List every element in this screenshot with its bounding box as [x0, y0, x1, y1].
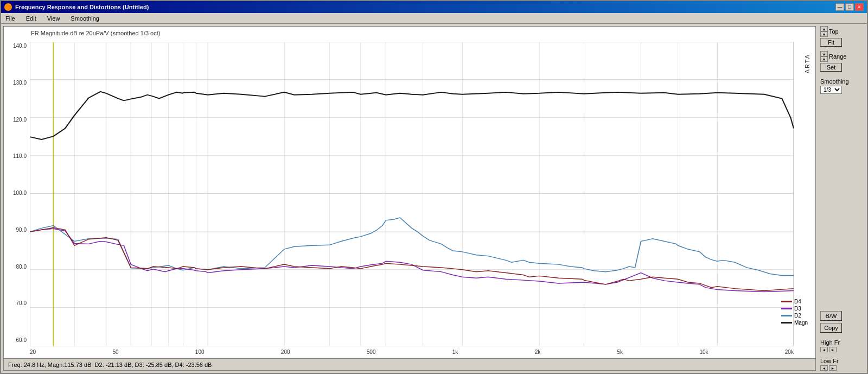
set-button[interactable]: Set	[820, 63, 842, 72]
x-axis-labels: 20 50 100 200 500 1k 2k 5k 10k 20k	[30, 349, 794, 355]
top-up-button[interactable]: ▲	[820, 26, 828, 31]
svg-rect-0	[30, 42, 794, 346]
chart-legend: D4 D3 D2 Magn	[781, 299, 808, 327]
main-window: Frequency Response and Distortions (Unti…	[0, 0, 868, 374]
bw-copy-group: B/W Copy	[820, 311, 865, 333]
right-panel: ▲ ▼ Top Fit ▲ ▼ Range	[818, 24, 867, 373]
legend-magn-label: Magn	[794, 320, 808, 326]
menu-smoothing[interactable]: Smoothing	[68, 15, 101, 22]
x-label-100: 100	[195, 349, 205, 355]
legend-d3-label: D3	[794, 306, 801, 312]
high-fr-label: High Fr	[820, 339, 865, 346]
legend-d2-label: D2	[794, 313, 801, 319]
x-label-2k: 2k	[535, 349, 541, 355]
chart-area: FR Magnitude dB re 20uPa/V (smoothed 1/3…	[3, 26, 816, 371]
set-row: Set	[820, 63, 865, 72]
title-bar-left: Frequency Response and Distortions (Unti…	[4, 3, 149, 11]
range-down-button[interactable]: ▼	[820, 56, 828, 62]
high-fr-controls: ◄ ►	[820, 347, 865, 352]
smoothing-group: Smoothing 1/3 1/6 1/12 None	[820, 76, 865, 94]
menu-bar: File Edit View Smoothing	[1, 13, 867, 24]
legend-magn-color	[781, 322, 792, 324]
arta-label: ARTA	[804, 54, 811, 73]
legend-d2-color	[781, 315, 792, 316]
y-label-140: 140.0	[13, 43, 27, 49]
legend-d3-color	[781, 308, 792, 309]
x-label-1k: 1k	[452, 349, 458, 355]
window-icon	[4, 3, 12, 11]
legend-d2: D2	[781, 313, 808, 319]
top-row: ▲ ▼ Top	[820, 26, 865, 37]
legend-d4-label: D4	[794, 299, 801, 305]
chart-inner	[30, 42, 794, 346]
y-label-90: 90.0	[16, 227, 27, 233]
menu-file[interactable]: File	[3, 15, 17, 22]
fit-button[interactable]: Fit	[820, 38, 842, 47]
status-bar: Freq: 24.8 Hz, Magn:115.73 dB D2: -21.13…	[4, 358, 815, 370]
x-label-500: 500	[367, 349, 376, 355]
smoothing-label: Smoothing	[820, 78, 865, 85]
bw-button[interactable]: B/W	[820, 311, 842, 321]
menu-edit[interactable]: Edit	[24, 15, 39, 22]
x-label-200: 200	[281, 349, 290, 355]
main-content: FR Magnitude dB re 20uPa/V (smoothed 1/3…	[1, 24, 867, 373]
range-spinners: ▲ ▼	[820, 51, 828, 62]
close-button[interactable]: ✕	[855, 3, 864, 11]
menu-view[interactable]: View	[45, 15, 62, 22]
chart-svg	[30, 42, 794, 346]
window-title: Frequency Response and Distortions (Unti…	[15, 4, 149, 10]
chart-title: FR Magnitude dB re 20uPa/V (smoothed 1/3…	[31, 30, 160, 36]
range-set-group: ▲ ▼ Range Set	[820, 51, 865, 72]
top-fit-group: ▲ ▼ Top Fit	[820, 26, 865, 47]
legend-d3: D3	[781, 306, 808, 312]
low-fr-group: Low Fr ◄ ►	[820, 356, 865, 371]
y-axis-labels: 140.0 130.0 120.0 110.0 100.0 90.0 80.0 …	[6, 43, 27, 343]
high-fr-group: High Fr ◄ ►	[820, 337, 865, 352]
fit-row: Fit	[820, 38, 865, 47]
maximize-button[interactable]: □	[845, 3, 854, 11]
high-fr-left-button[interactable]: ◄	[820, 347, 828, 352]
y-label-80: 80.0	[16, 264, 27, 270]
minimize-button[interactable]: —	[835, 3, 844, 11]
title-bar: Frequency Response and Distortions (Unti…	[1, 1, 867, 13]
top-down-button[interactable]: ▼	[820, 31, 828, 37]
x-label-20k: 20k	[785, 349, 794, 355]
copy-button[interactable]: Copy	[820, 323, 842, 333]
legend-d4: D4	[781, 299, 808, 305]
range-label: Range	[829, 53, 846, 60]
legend-magn: Magn	[781, 320, 808, 326]
y-label-110: 110.0	[13, 153, 27, 159]
x-label-10k: 10k	[699, 349, 708, 355]
legend-d4-color	[781, 301, 792, 302]
status-distortions: D2: -21.13 dB, D3: -25.85 dB, D4: -23.56…	[95, 362, 212, 368]
x-label-20: 20	[30, 349, 36, 355]
top-label: Top	[829, 28, 839, 35]
low-fr-left-button[interactable]: ◄	[820, 365, 828, 371]
y-label-130: 130.0	[13, 80, 27, 86]
x-label-5k: 5k	[617, 349, 623, 355]
high-fr-right-button[interactable]: ►	[829, 347, 837, 352]
range-row: ▲ ▼ Range	[820, 51, 865, 62]
top-spinners: ▲ ▼	[820, 26, 828, 37]
status-freq-magn: Freq: 24.8 Hz, Magn:115.73 dB	[8, 362, 91, 368]
low-fr-right-button[interactable]: ►	[829, 365, 837, 371]
y-label-120: 120.0	[13, 117, 27, 123]
range-up-button[interactable]: ▲	[820, 51, 828, 56]
low-fr-label: Low Fr	[820, 358, 865, 364]
y-label-100: 100.0	[13, 190, 27, 196]
x-label-50: 50	[112, 349, 118, 355]
y-label-60: 60.0	[16, 337, 27, 343]
y-label-70: 70.0	[16, 300, 27, 306]
smoothing-select[interactable]: 1/3 1/6 1/12 None	[820, 86, 842, 94]
low-fr-controls: ◄ ►	[820, 365, 865, 371]
title-buttons: — □ ✕	[835, 3, 864, 11]
